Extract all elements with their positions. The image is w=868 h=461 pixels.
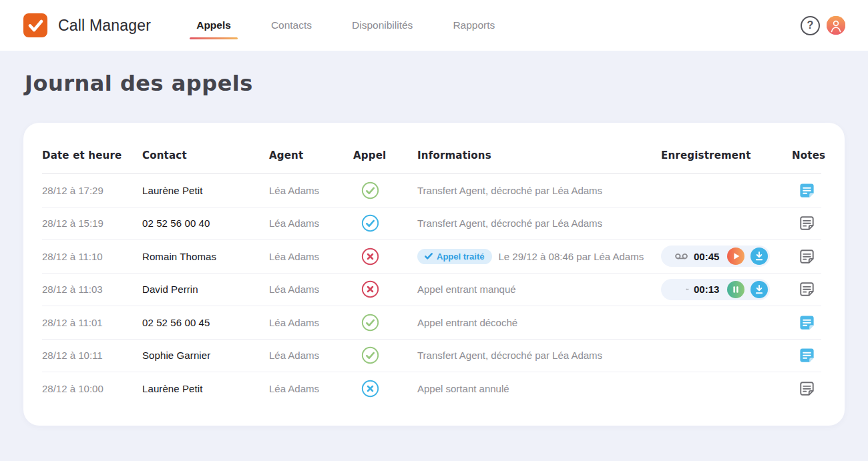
top-bar: Call Manager Appels Contacts Disponibili… [0,0,868,51]
call-status-check-green-icon [353,346,417,364]
recording-player[interactable]: 00:13 [661,279,770,300]
user-avatar[interactable] [827,16,845,35]
call-note-cell [792,214,821,232]
call-status-check-blue-icon [353,214,417,232]
call-informations: Appel traité Le 29/12 à 08:46 par Léa Ad… [417,249,661,264]
column-header-informations: Informations [417,149,661,161]
table-row: 28/12 à 10:11 Sophie Garnier Léa Adams T… [42,340,821,373]
call-agent: Léa Adams [269,284,353,295]
person-icon [827,16,845,35]
call-agent: Léa Adams [269,317,353,328]
call-informations: Appel entrant décoché [417,317,661,328]
call-contact: Laurène Petit [142,383,269,394]
call-agent: Léa Adams [269,350,353,361]
info-text: Appel entrant manqué [417,284,516,295]
app-title: Call Manager [58,17,151,35]
download-button[interactable] [750,281,768,298]
table-row: 28/12 à 10:00 Laurène Petit Léa Adams Ap… [42,372,821,406]
nav-item-appels[interactable]: Appels [195,15,232,35]
badge-check-icon [425,252,433,260]
note-outline-icon[interactable] [798,214,816,232]
note-filled-icon[interactable] [798,181,816,199]
call-note-cell [792,181,821,199]
topbar-actions: ? [801,16,845,35]
call-agent: Léa Adams [269,383,353,394]
play-button[interactable] [727,248,744,265]
call-status-cross-blue-icon [353,380,417,398]
info-text: Appel entrant décoché [417,317,517,328]
nav-item-rapports[interactable]: Rapports [451,15,496,35]
info-text: Transfert Agent, décroché par Léa Adams [417,217,602,229]
column-header-contact: Contact [142,149,269,161]
call-agent: Léa Adams [269,251,353,262]
call-contact: Sophie Garnier [142,350,269,361]
column-header-enregistrement: Enregistrement [661,149,792,161]
info-text: Transfert Agent, décroché par Léa Adams [417,350,602,361]
call-note-cell [792,248,821,266]
table-row: 28/12 à 17:29 Laurène Petit Léa Adams Tr… [42,174,821,207]
call-datetime: 28/12 à 10:00 [42,383,142,394]
table-header-row: Date et heure Contact Agent Appel Inform… [42,140,821,174]
recording-duration: 00:45 [694,251,721,262]
page-title: Journal des appels [25,71,843,96]
pause-button[interactable] [727,281,744,298]
column-header-agent: Agent [269,149,353,161]
call-informations: Transfert Agent, décroché par Léa Adams [417,185,661,196]
call-status-check-green-icon [353,314,417,332]
note-outline-icon[interactable] [798,380,816,398]
info-text: Appel sortant annulé [417,383,509,394]
download-icon [750,281,768,298]
call-contact: 02 52 56 00 45 [142,317,269,328]
note-outline-icon[interactable] [798,248,816,266]
call-agent: Léa Adams [269,185,353,196]
call-contact: Romain Thomas [142,251,269,262]
call-status-cross-red-icon [353,248,417,266]
download-button[interactable] [750,248,768,265]
table-body: 28/12 à 17:29 Laurène Petit Léa Adams Tr… [42,174,821,406]
app-logo-icon [23,13,48,38]
call-datetime: 28/12 à 11:03 [42,284,142,295]
call-agent: Léa Adams [269,217,353,229]
recording-duration: 00:13 [694,284,721,295]
call-note-cell [792,380,821,398]
column-header-notes: Notes [792,149,821,161]
table-row: 28/12 à 11:01 02 52 56 00 45 Léa Adams A… [42,306,821,340]
call-informations: Appel entrant manqué [417,284,661,295]
column-header-datetime: Date et heure [42,149,142,161]
recording-player[interactable]: 00:45 [661,246,770,267]
brand[interactable]: Call Manager [23,13,151,38]
call-informations: Appel sortant annulé [417,383,661,394]
call-informations: Transfert Agent, décroché par Léa Adams [417,217,661,229]
column-header-call: Appel [353,149,417,161]
voicemail-icon [686,282,689,297]
call-recording: 00:13 [661,279,792,300]
note-filled-icon[interactable] [798,346,816,364]
table-row: 28/12 à 11:03 David Perrin Léa Adams App… [42,274,821,307]
call-note-cell [792,280,821,298]
call-contact: David Perrin [142,284,269,295]
call-log-card: Date et heure Contact Agent Appel Inform… [23,123,845,426]
call-datetime: 28/12 à 10:11 [42,350,142,361]
voicemail-icon [674,249,689,264]
call-datetime: 28/12 à 11:01 [42,317,142,328]
call-contact: Laurène Petit [142,185,269,196]
main-nav: Appels Contacts Disponibilités Rapports [195,15,496,35]
call-status-cross-red-icon [353,280,417,298]
call-recording: 00:45 [661,246,792,267]
call-datetime: 28/12 à 11:10 [42,251,142,262]
call-contact: 02 52 56 00 40 [142,217,269,229]
table-row: 28/12 à 11:10 Romain Thomas Léa Adams Ap… [42,240,821,274]
download-icon [750,248,768,265]
call-note-cell [792,314,821,332]
call-datetime: 28/12 à 17:29 [42,185,142,196]
help-icon[interactable]: ? [801,16,820,35]
note-filled-icon[interactable] [798,314,816,332]
nav-item-disponibilites[interactable]: Disponibilités [351,15,414,35]
call-status-check-green-icon [353,181,417,199]
note-outline-icon[interactable] [798,280,816,298]
info-text: Transfert Agent, décroché par Léa Adams [417,185,602,196]
call-datetime: 28/12 à 15:19 [42,217,142,229]
status-badge: Appel traité [417,249,492,264]
call-informations: Transfert Agent, décroché par Léa Adams [417,350,661,361]
nav-item-contacts[interactable]: Contacts [270,15,313,35]
